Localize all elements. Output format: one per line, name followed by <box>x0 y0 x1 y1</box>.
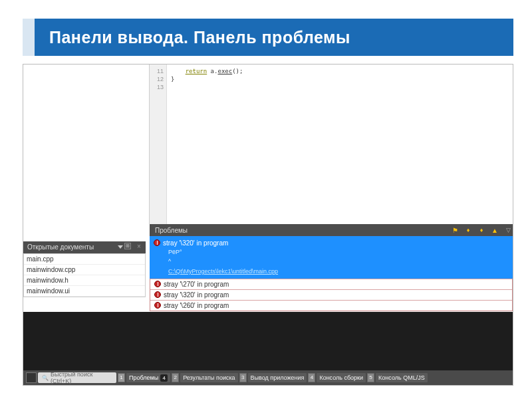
code-line: } <box>171 75 243 83</box>
line-number: 11 <box>150 67 166 75</box>
issue-row[interactable]: stray '\320' in program <box>150 289 512 300</box>
tab-qml-console[interactable]: 5Консоль QML/JS <box>367 372 428 383</box>
open-documents-list: main.cpp mainwindow.cpp mainwindow.h mai… <box>23 253 146 297</box>
problems-header: Проблемы ⚑ ♦ ♦ ▲ ▽ <box>150 224 513 236</box>
issue-selected[interactable]: stray '\320' in program РёР° ^ C:\Qt\MyP… <box>150 236 513 279</box>
issue-text: stray '\320' in program <box>164 291 229 299</box>
tab-build-console[interactable]: 4Консоль сборки <box>308 372 366 383</box>
issue-caret: ^ <box>154 257 509 265</box>
tab-search-results[interactable]: 2Результаты поиска <box>172 372 237 383</box>
warning-icon[interactable]: ▲ <box>490 225 499 235</box>
open-documents-panel: Открытые документы ⊞ × main.cpp mainwind… <box>23 241 146 297</box>
dropdown-icon[interactable] <box>118 245 123 249</box>
error-icon <box>154 281 161 287</box>
list-item[interactable]: mainwindow.ui <box>24 286 145 297</box>
list-item[interactable]: mainwindow.h <box>24 275 145 286</box>
filter-icon[interactable]: ▽ <box>503 225 513 235</box>
slide-title: Панели вывода. Панель проблемы <box>49 28 350 47</box>
code-line <box>171 83 243 91</box>
title-accent <box>23 19 35 56</box>
split-icon[interactable]: ⊞ <box>124 243 131 249</box>
empty-area <box>23 312 513 370</box>
tab-problems[interactable]: 1Проблемы4 <box>118 372 170 383</box>
issue-text: stray '\260' in program <box>164 302 229 309</box>
issue-message: stray '\320' in program <box>163 239 228 247</box>
line-gutter: 11 12 13 <box>150 65 167 224</box>
issues-list: stray '\270' in program stray '\320' in … <box>150 279 513 311</box>
issue-path[interactable]: C:\Qt\MyProgects\lekc1\untitled\main.cpp <box>154 268 509 275</box>
search-placeholder: Быстрый поиск (Ctrl+K) <box>51 371 113 384</box>
line-number: 13 <box>150 83 166 91</box>
issue-row[interactable]: stray '\260' in program <box>150 300 512 311</box>
problems-title: Проблемы <box>155 227 188 234</box>
line-number: 12 <box>150 75 166 83</box>
open-documents-title: Открытые документы <box>27 243 94 251</box>
status-toggle[interactable] <box>26 372 37 383</box>
tab-app-output[interactable]: 3Вывод приложения <box>239 372 307 383</box>
list-item[interactable]: mainwindow.cpp <box>24 265 145 275</box>
prev-icon[interactable]: ♦ <box>464 225 473 235</box>
quick-search-input[interactable]: 🔍 Быстрый поиск (Ctrl+K) <box>38 372 116 383</box>
issue-detail: РёР° <box>154 248 509 256</box>
ide-frame: 11 12 13 return a.exec(); } Открытые док… <box>23 64 513 386</box>
error-icon <box>154 239 160 246</box>
code-editor[interactable]: 11 12 13 return a.exec(); } <box>150 65 513 224</box>
error-icon <box>154 291 161 298</box>
search-icon: 🔍 <box>42 375 49 381</box>
next-icon[interactable]: ♦ <box>477 225 486 235</box>
flag-icon[interactable]: ⚑ <box>450 225 460 235</box>
status-bar: 🔍 Быстрый поиск (Ctrl+K) 1Проблемы4 2Рез… <box>23 370 513 385</box>
open-documents-header: Открытые документы ⊞ × <box>23 241 146 253</box>
issue-row[interactable]: stray '\270' in program <box>150 279 512 289</box>
error-icon <box>154 302 161 309</box>
list-item[interactable]: main.cpp <box>24 254 145 265</box>
code-line: return a.exec(); <box>171 67 243 75</box>
slide-title-bar: Панели вывода. Панель проблемы <box>35 19 513 56</box>
issue-text: stray '\270' in program <box>164 281 229 288</box>
code-content: return a.exec(); } <box>167 65 243 224</box>
close-icon[interactable]: × <box>135 243 143 251</box>
